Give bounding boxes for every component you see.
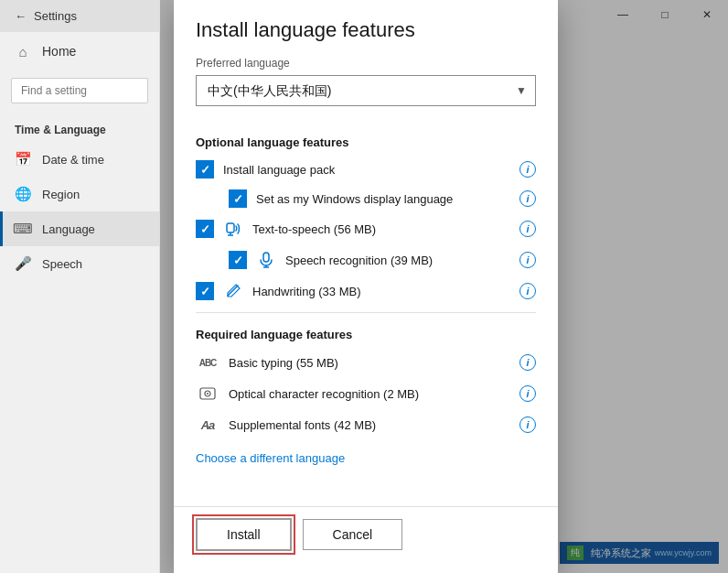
svg-rect-3 — [263, 253, 269, 262]
sidebar-item-date-time[interactable]: 📅 Date & time — [0, 142, 159, 177]
svg-point-8 — [207, 393, 209, 395]
feature-row-lang-pack: ✓ Install language pack i — [196, 160, 536, 178]
checkmark-tts: ✓ — [200, 222, 210, 236]
section-divider — [196, 312, 536, 313]
feature-label-tts: Text-to-speech (56 MB) — [252, 222, 510, 236]
required-label-fonts: Supplemental fonts (42 MB) — [229, 418, 510, 432]
required-label-basic-typing: Basic typing (55 MB) — [229, 356, 510, 370]
optional-section-title: Optional language features — [196, 135, 536, 149]
fonts-icon: Aa — [196, 415, 219, 435]
checkmark-lang-pack: ✓ — [200, 163, 210, 177]
info-icon-display-lang[interactable]: i — [519, 190, 536, 207]
feature-label-lang-pack: Install language pack — [223, 163, 510, 177]
mic-icon — [256, 250, 276, 270]
checkbox-handwriting[interactable]: ✓ — [196, 282, 214, 300]
search-input[interactable] — [11, 78, 148, 103]
ocr-icon — [196, 384, 219, 404]
required-row-ocr: Optical character recognition (2 MB) i — [196, 384, 536, 404]
modal-footer: Install Cancel — [174, 506, 558, 573]
info-icon-basic-typing[interactable]: i — [519, 354, 536, 371]
checkbox-lang-pack[interactable]: ✓ — [196, 160, 214, 178]
feature-row-display-lang: ✓ Set as my Windows display language i — [196, 189, 536, 208]
required-row-fonts: Aa Supplemental fonts (42 MB) i — [196, 415, 536, 435]
sidebar-item-speech[interactable]: 🎤 Speech — [0, 246, 159, 281]
feature-row-tts: ✓ Text-to-speech (56 MB) i — [196, 219, 536, 239]
tts-icon — [223, 219, 243, 239]
feature-row-speech-recog: ✓ Speech recognition (39 MB) i — [196, 250, 536, 270]
sidebar-item-date-time-label: Date & time — [42, 153, 104, 167]
keyboard-icon: ⌨ — [15, 221, 31, 237]
info-icon-handwriting[interactable]: i — [519, 283, 536, 299]
handwriting-icon — [223, 281, 243, 301]
sidebar-back-label: Settings — [34, 9, 77, 23]
info-icon-ocr[interactable]: i — [519, 385, 536, 402]
checkbox-speech-recog[interactable]: ✓ — [229, 251, 247, 269]
sidebar-item-region[interactable]: 🌐 Region — [0, 177, 159, 211]
svg-rect-0 — [227, 223, 234, 232]
cancel-button[interactable]: Cancel — [303, 519, 403, 550]
checkbox-tts[interactable]: ✓ — [196, 220, 214, 238]
sidebar-item-language-label: Language — [42, 222, 95, 236]
required-row-basic-typing: ABC Basic typing (55 MB) i — [196, 352, 536, 373]
sidebar-item-region-label: Region — [42, 188, 80, 201]
required-label-ocr: Optical character recognition (2 MB) — [229, 387, 510, 401]
required-section-title: Required language features — [196, 328, 536, 341]
microphone-icon: 🎤 — [15, 255, 31, 272]
info-icon-tts[interactable]: i — [519, 221, 536, 237]
checkmark-speech-recog: ✓ — [233, 254, 243, 267]
modal-body: Optional language features ✓ Install lan… — [174, 128, 558, 506]
sidebar-home-label: Home — [42, 44, 76, 59]
choose-language-link[interactable]: Choose a different language — [196, 451, 345, 465]
checkmark-display-lang: ✓ — [233, 192, 243, 206]
modal-title: Install language features — [196, 18, 536, 42]
globe-icon: 🌐 — [15, 186, 31, 202]
calendar-icon: 📅 — [15, 151, 31, 168]
feature-row-handwriting: ✓ Handwriting (33 MB) i — [196, 281, 536, 301]
sidebar-section-title: Time & Language — [0, 111, 159, 142]
sidebar-item-speech-label: Speech — [42, 257, 82, 271]
modal-header: Install language features Preferred lang… — [174, 0, 558, 128]
feature-label-handwriting: Handwriting (33 MB) — [252, 285, 510, 298]
checkbox-display-lang[interactable]: ✓ — [229, 189, 247, 208]
feature-label-display-lang: Set as my Windows display language — [256, 192, 510, 206]
info-icon-speech-recog[interactable]: i — [519, 252, 536, 268]
sidebar-back-button[interactable]: ← Settings — [0, 0, 159, 32]
main-content: — □ ✕ rer will appear in this language i… — [160, 0, 728, 573]
sidebar-item-language[interactable]: ⌨ Language — [0, 211, 159, 246]
link-row: Choose a different language — [196, 446, 536, 477]
info-icon-fonts[interactable]: i — [519, 416, 536, 433]
feature-label-speech-recog: Speech recognition (39 MB) — [285, 254, 510, 267]
language-select-wrapper: 中文(中华人民共和国) ▼ — [196, 75, 536, 106]
install-button[interactable]: Install — [196, 518, 292, 551]
home-icon: ⌂ — [15, 43, 31, 59]
modal-overlay: Install language features Preferred lang… — [160, 0, 728, 573]
sidebar-home-button[interactable]: ⌂ Home — [0, 32, 159, 70]
preferred-language-label: Preferred language — [196, 57, 536, 70]
back-icon: ← — [15, 9, 27, 23]
abc-icon: ABC — [196, 352, 219, 373]
modal-dialog: Install language features Preferred lang… — [174, 0, 558, 573]
sidebar: ← Settings ⌂ Home Time & Language 📅 Date… — [0, 0, 160, 573]
info-icon-lang-pack[interactable]: i — [519, 161, 536, 178]
language-select[interactable]: 中文(中华人民共和国) — [196, 75, 536, 106]
checkmark-handwriting: ✓ — [200, 285, 210, 298]
